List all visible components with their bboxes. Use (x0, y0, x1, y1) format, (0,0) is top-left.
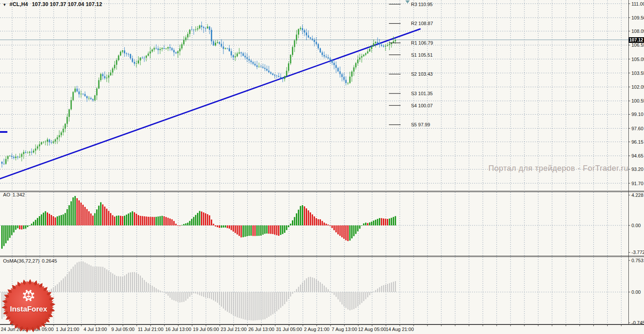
time-axis-label: 9 Jul 05:00 (111, 327, 135, 332)
collapse-arrow-icon[interactable]: ▼ (3, 3, 6, 7)
current-price-tag: 107.12 (629, 37, 644, 43)
osma-name: OsMA(36,72,27) (3, 258, 39, 263)
ohlc-values: 107.30 107.37 107.04 107.12 (32, 1, 102, 7)
osma-axis-label: 0.00 (631, 289, 641, 295)
price-axis-label: 97.60 (631, 126, 644, 131)
price-axis-label: 99.10 (631, 112, 644, 117)
time-axis-label: 12 Aug 05:00 (358, 327, 386, 332)
pivot-label-S3: S3 101.35 (411, 91, 433, 96)
time-axis-label: 2 Aug 21:00 (304, 327, 330, 332)
instaforex-badge-label: InstaForex (3, 305, 55, 314)
price-axis-label: 93.20 (631, 167, 644, 172)
ao-value: 1.342 (13, 192, 25, 197)
osma-axis-label: -0.7453 (631, 320, 644, 325)
ao-axis-label: 4.228 (631, 193, 644, 198)
time-axis-label: 26 Jul 13:00 (248, 327, 274, 332)
pivot-label-R3: R3 110.95 (411, 2, 433, 7)
time-axis-label: 11 Jul 21:00 (138, 327, 163, 332)
trendline-edge-mark (0, 131, 7, 133)
price-axis-label: 105.05 (631, 57, 644, 62)
time-axis-label: 7 Aug 13:00 (332, 327, 357, 332)
osma-axis-label: 0.7531 (631, 258, 644, 263)
price-axis-label: 91.70 (631, 181, 644, 186)
price-axis-label: 94.65 (631, 153, 644, 158)
time-axis-label: 23 Jul 21:00 (221, 327, 247, 332)
price-axis-label: 108.05 (631, 29, 644, 34)
pivot-label-S1: S1 105.51 (411, 52, 433, 58)
ao-axis-label: -3.772 (631, 250, 644, 255)
ao-indicator-label: AO1.342 (3, 192, 25, 197)
osma-value: 0.2645 (42, 258, 57, 263)
ao-axis-label: 0.00 (631, 223, 641, 228)
price-axis[interactable]: 111.00109.50108.05106.55105.05103.55102.… (628, 1, 644, 325)
pivot-label-S5: S5 97.99 (411, 122, 430, 127)
pivot-label-R2: R2 108.87 (411, 21, 433, 26)
time-axis[interactable]: 24 Jun 201327 Jun 05:001 Jul 21:004 Jul … (1, 324, 621, 332)
grid-lines (0, 0, 628, 324)
osma-histogram (2, 261, 396, 321)
chart-title: ▼#CL,H4107.30 107.37 107.04 107.12 (3, 1, 102, 7)
price-axis-label: 111.00 (631, 1, 644, 6)
pivot-label-S2: S2 103.43 (411, 71, 433, 77)
price-axis-label: 106.55 (631, 42, 644, 48)
ao-histogram (1, 196, 396, 249)
ascending-trendline[interactable] (0, 29, 420, 179)
pivot-label-R1: R1 106.79 (411, 40, 433, 45)
fortrader-watermark: Портал для трейдеров - ForTrader.ru (489, 164, 628, 173)
candlestick-series (1, 22, 396, 167)
time-axis-label: 19 Jul 05:00 (193, 327, 219, 332)
pivot-label-S4: S4 100.07 (411, 103, 433, 108)
price-axis-label: 103.55 (631, 71, 644, 76)
ao-name: AO (3, 192, 10, 197)
time-axis-label: 4 Jul 13:00 (84, 327, 107, 332)
osma-indicator-label: OsMA(36,72,27)0.2645 (3, 258, 57, 263)
pivot-levels: R3 110.95R2 108.87R1 106.79S1 105.51S2 1… (389, 2, 433, 128)
price-axis-label: 109.50 (631, 15, 644, 20)
chart-shift-marker-icon (405, 0, 410, 3)
time-axis-label: 14 Aug 21:00 (386, 327, 414, 332)
time-axis-label: 16 Jul 13:00 (165, 327, 191, 332)
symbol-timeframe-label: #CL,H4 (10, 1, 28, 7)
price-axis-label: 96.15 (631, 139, 644, 145)
price-axis-label: 100.55 (631, 98, 644, 103)
trading-chart-window: R3 110.95R2 108.87R1 106.79S1 105.51S2 1… (0, 0, 644, 334)
time-axis-label: 31 Jul 05:00 (276, 327, 302, 332)
price-axis-label: 102.05 (631, 84, 644, 90)
time-axis-label: 1 Jul 21:00 (56, 327, 79, 332)
